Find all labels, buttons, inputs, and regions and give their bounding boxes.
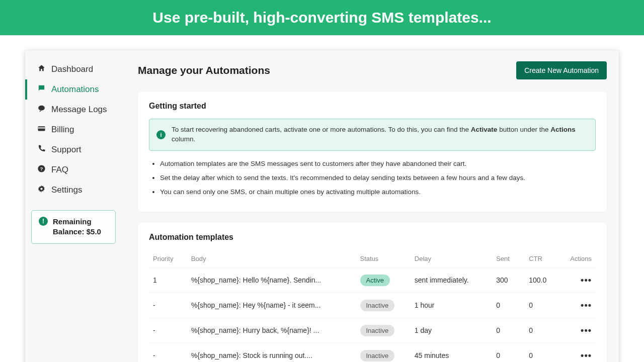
cell-sent: 0 xyxy=(492,343,525,362)
main-header: Manage your Automations Create New Autom… xyxy=(138,61,607,79)
sidebar-item-dashboard[interactable]: Dashboard xyxy=(25,59,121,79)
sidebar-item-label: Automations xyxy=(51,84,99,95)
sms-icon xyxy=(36,104,46,115)
more-actions-icon[interactable]: ••• xyxy=(581,350,592,360)
cell-ctr: 0 xyxy=(525,343,563,362)
svg-rect-1 xyxy=(38,126,45,131)
cell-status: Active xyxy=(356,267,411,293)
chat-icon xyxy=(36,84,46,95)
cell-body: %{shop_name}: Stock is running out.... xyxy=(187,343,356,362)
sidebar-item-label: Dashboard xyxy=(51,64,93,74)
cell-body: %{shop_name}: Hurry back, %{name}! ... xyxy=(187,318,356,343)
info-box: i To start recovering abandoned carts, a… xyxy=(149,119,596,151)
col-status: Status xyxy=(356,250,411,268)
table-row: 1%{shop_name}: Hello %{name}. Sendin...A… xyxy=(149,267,596,293)
cell-ctr: 0 xyxy=(525,318,563,343)
balance-label: Remaining Balance: $5.0 xyxy=(53,217,108,237)
sidebar: Dashboard Automations Message Logs Billi… xyxy=(25,50,126,362)
sidebar-item-label: Billing xyxy=(51,125,74,135)
svg-point-0 xyxy=(38,106,45,111)
gear-icon xyxy=(36,185,46,196)
cell-delay: 1 day xyxy=(411,318,492,343)
more-actions-icon[interactable]: ••• xyxy=(581,300,592,310)
sidebar-item-message-logs[interactable]: Message Logs xyxy=(25,100,121,120)
list-item: Automation templates are the SMS message… xyxy=(160,159,596,169)
status-badge: Inactive xyxy=(360,350,395,361)
main-content: Manage your Automations Create New Autom… xyxy=(126,50,619,362)
cell-actions: ••• xyxy=(563,293,596,318)
table-row: -%{shop_name}: Hurry back, %{name}! ...I… xyxy=(149,318,596,343)
help-icon: ? xyxy=(36,164,46,175)
col-actions: Actions xyxy=(563,250,596,268)
cell-actions: ••• xyxy=(563,267,596,293)
cell-priority: - xyxy=(149,343,187,362)
getting-started-card: Getting started i To start recovering ab… xyxy=(138,92,607,212)
card-icon xyxy=(36,124,46,135)
page-title: Manage your Automations xyxy=(138,64,270,76)
cell-priority: - xyxy=(149,293,187,318)
sidebar-item-label: FAQ xyxy=(51,165,68,175)
cell-priority: - xyxy=(149,318,187,343)
status-badge: Inactive xyxy=(360,325,395,336)
cell-delay: 45 minutes xyxy=(411,343,492,362)
sidebar-item-label: Support xyxy=(51,145,82,155)
table-row: -%{shop_name}: Hey %{name} - it seem...I… xyxy=(149,293,596,318)
cell-sent: 300 xyxy=(492,267,525,293)
sidebar-item-label: Settings xyxy=(51,185,82,195)
list-item: Set the delay after which to send the te… xyxy=(160,173,596,183)
alert-icon: ! xyxy=(39,217,48,226)
sidebar-item-label: Message Logs xyxy=(51,105,107,115)
svg-text:?: ? xyxy=(40,166,43,171)
app-window: Dashboard Automations Message Logs Billi… xyxy=(25,50,619,362)
cell-ctr: 100.0 xyxy=(525,267,563,293)
templates-table: Priority Body Status Delay Sent CTR Acti… xyxy=(149,250,596,362)
sidebar-item-settings[interactable]: Settings xyxy=(25,180,121,200)
more-actions-icon[interactable]: ••• xyxy=(581,325,592,335)
info-text: To start recovering abandoned carts, act… xyxy=(172,125,588,144)
table-row: -%{shop_name}: Stock is running out....I… xyxy=(149,343,596,362)
cell-status: Inactive xyxy=(356,293,411,318)
col-priority: Priority xyxy=(149,250,187,268)
col-delay: Delay xyxy=(411,250,492,268)
cell-actions: ••• xyxy=(563,343,596,362)
more-actions-icon[interactable]: ••• xyxy=(581,275,592,285)
cell-status: Inactive xyxy=(356,318,411,343)
col-sent: Sent xyxy=(492,250,525,268)
phone-icon xyxy=(36,144,46,155)
card-title: Getting started xyxy=(149,102,596,111)
home-icon xyxy=(36,64,46,75)
cell-body: %{shop_name}: Hello %{name}. Sendin... xyxy=(187,267,356,293)
cell-priority: 1 xyxy=(149,267,187,293)
svg-point-6 xyxy=(40,188,42,190)
sidebar-item-faq[interactable]: ? FAQ xyxy=(25,160,121,180)
templates-card: Automation templates Priority Body Statu… xyxy=(138,223,607,362)
table-header-row: Priority Body Status Delay Sent CTR Acti… xyxy=(149,250,596,268)
cell-status: Inactive xyxy=(356,343,411,362)
list-item: You can send only one SMS, or chain mult… xyxy=(160,187,596,197)
cell-delay: sent immediately. xyxy=(411,267,492,293)
balance-card: ! Remaining Balance: $5.0 xyxy=(31,210,116,244)
promo-banner: Use pre-built, high-converting SMS templ… xyxy=(0,0,644,35)
status-badge: Inactive xyxy=(360,300,395,311)
cell-delay: 1 hour xyxy=(411,293,492,318)
svg-rect-2 xyxy=(38,127,45,128)
card-title: Automation templates xyxy=(149,233,596,242)
bullet-list: Automation templates are the SMS message… xyxy=(149,159,596,198)
info-icon: i xyxy=(156,130,166,139)
create-automation-button[interactable]: Create New Automation xyxy=(516,61,607,79)
cell-body: %{shop_name}: Hey %{name} - it seem... xyxy=(187,293,356,318)
cell-sent: 0 xyxy=(492,318,525,343)
col-ctr: CTR xyxy=(525,250,563,268)
cell-sent: 0 xyxy=(492,293,525,318)
cell-actions: ••• xyxy=(563,318,596,343)
sidebar-item-automations[interactable]: Automations xyxy=(25,79,121,100)
sidebar-item-billing[interactable]: Billing xyxy=(25,120,121,140)
status-badge: Active xyxy=(360,275,390,286)
cell-ctr: 0 xyxy=(525,293,563,318)
col-body: Body xyxy=(187,250,356,268)
sidebar-item-support[interactable]: Support xyxy=(25,140,121,160)
